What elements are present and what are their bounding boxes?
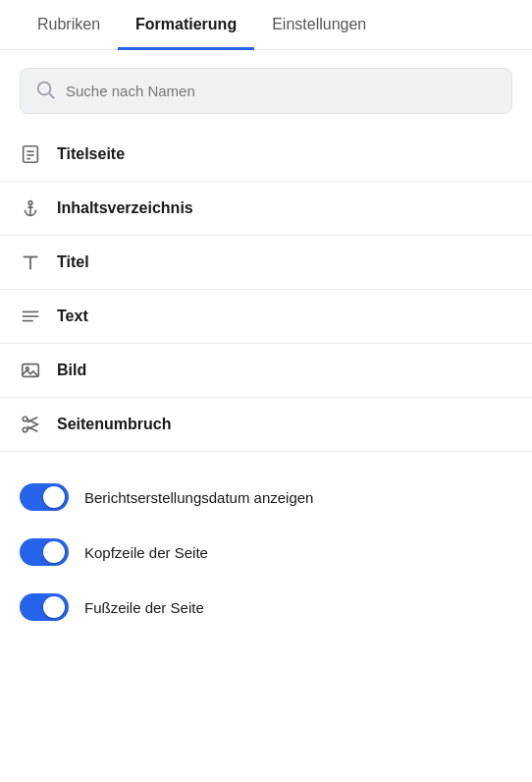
toggle-knob-berichtserstellungsdatum <box>43 486 65 508</box>
list-item-text[interactable]: Text <box>0 290 532 344</box>
list-item-titel-label: Titel <box>57 253 89 271</box>
toggle-label-fusszeile: Fußzeile der Seite <box>84 599 204 616</box>
title-t-icon <box>20 251 41 273</box>
tab-bar: Rubriken Formatierung Einstellungen <box>0 0 532 50</box>
list-item-seitenumbruch-label: Seitenumbruch <box>57 416 171 433</box>
toggle-row-berichtserstellungsdatum: Berichtserstellungsdatum anzeigen <box>20 472 512 523</box>
tab-formatierung[interactable]: Formatierung <box>118 0 254 50</box>
format-list: Titelseite Inhaltsverzeichnis Titel <box>0 124 532 456</box>
list-item-seitenumbruch[interactable]: Seitenumbruch <box>0 398 532 452</box>
toggle-knob-kopfzeile <box>43 541 65 563</box>
svg-rect-2 <box>24 146 38 163</box>
list-item-titelseite-label: Titelseite <box>57 145 125 163</box>
search-input[interactable] <box>66 83 498 99</box>
svg-point-0 <box>38 83 51 95</box>
svg-point-17 <box>23 427 27 432</box>
toggle-knob-fusszeile <box>43 596 65 618</box>
toggle-berichtserstellungsdatum[interactable] <box>20 483 69 511</box>
anchor-icon <box>20 197 41 219</box>
toggle-label-berichtserstellungsdatum: Berichtserstellungsdatum anzeigen <box>84 489 313 506</box>
toggle-kopfzeile[interactable] <box>20 538 69 566</box>
tab-rubriken[interactable]: Rubriken <box>20 0 118 50</box>
toggle-row-fusszeile: Fußzeile der Seite <box>20 582 512 633</box>
search-section <box>0 50 532 124</box>
toggle-row-kopfzeile: Kopfzeile der Seite <box>20 527 512 578</box>
scissors-icon <box>20 414 41 435</box>
list-item-bild-label: Bild <box>57 362 86 379</box>
text-lines-icon <box>20 306 41 327</box>
list-item-text-label: Text <box>57 307 88 325</box>
search-icon <box>34 79 56 103</box>
document-icon <box>20 143 41 165</box>
list-item-inhaltsverzeichnis[interactable]: Inhaltsverzeichnis <box>0 182 532 236</box>
toggle-label-kopfzeile: Kopfzeile der Seite <box>84 544 208 561</box>
list-item-inhaltsverzeichnis-label: Inhaltsverzeichnis <box>57 199 193 217</box>
svg-point-6 <box>28 201 32 205</box>
tab-einstellungen[interactable]: Einstellungen <box>254 0 384 50</box>
list-item-titelseite[interactable]: Titelseite <box>0 128 532 182</box>
toggles-section: Berichtserstellungsdatum anzeigen Kopfze… <box>0 456 532 648</box>
toggle-fusszeile[interactable] <box>20 593 69 621</box>
svg-point-16 <box>23 417 27 421</box>
svg-point-15 <box>26 367 28 370</box>
search-box[interactable] <box>20 68 512 114</box>
svg-line-1 <box>49 93 54 98</box>
list-item-bild[interactable]: Bild <box>0 344 532 398</box>
list-item-titel[interactable]: Titel <box>0 236 532 290</box>
image-icon <box>20 360 41 381</box>
